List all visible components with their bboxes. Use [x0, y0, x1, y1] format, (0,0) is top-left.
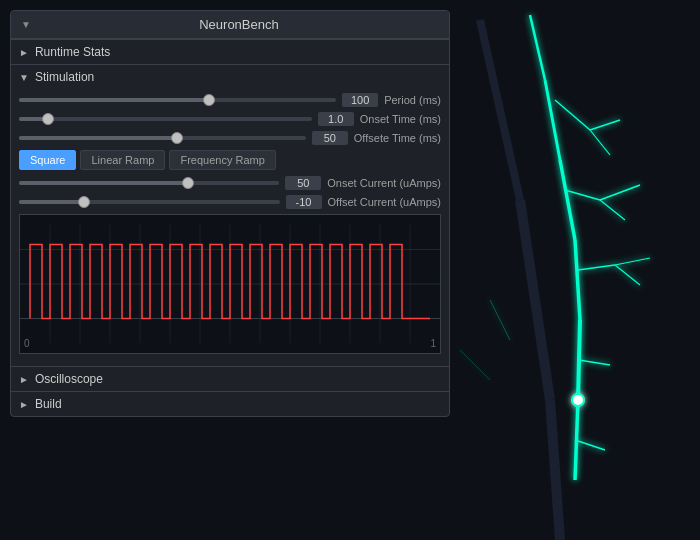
onset-current-label: Onset Current (uAmps): [327, 177, 441, 189]
period-slider-fill: [19, 98, 209, 102]
onset-current-value: 50: [285, 176, 321, 190]
panel-collapse-icon[interactable]: ▼: [21, 19, 31, 30]
onset-current-slider-fill: [19, 181, 188, 185]
period-value: 100: [342, 93, 378, 107]
offset-time-value: 50: [312, 131, 348, 145]
square-waveform-button[interactable]: Square: [19, 150, 76, 170]
build-section: ► Build: [11, 391, 449, 416]
onset-current-slider-thumb[interactable]: [182, 177, 194, 189]
runtime-stats-arrow-icon: ►: [19, 47, 29, 58]
oscilloscope-arrow-icon: ►: [19, 374, 29, 385]
offset-time-slider-thumb[interactable]: [171, 132, 183, 144]
period-label: Period (ms): [384, 94, 441, 106]
offset-current-slider-row: -10 Offset Current (uAmps): [19, 195, 441, 209]
neuronbench-panel: ▼ NeuronBench ► Runtime Stats ▼ Stimulat…: [10, 10, 450, 417]
panel-title: NeuronBench: [39, 17, 439, 32]
stimulation-label: Stimulation: [35, 70, 94, 84]
build-section-header[interactable]: ► Build: [11, 392, 449, 416]
chart-label-end: 1: [430, 338, 436, 349]
frequency-ramp-waveform-button[interactable]: Frequency Ramp: [169, 150, 275, 170]
period-slider-row: 100 Period (ms): [19, 93, 441, 107]
onset-time-slider-row: 1.0 Onset Time (ms): [19, 112, 441, 126]
offset-current-slider-fill: [19, 200, 84, 204]
build-label: Build: [35, 397, 62, 411]
onset-time-label: Onset Time (ms): [360, 113, 441, 125]
period-slider-track[interactable]: [19, 98, 336, 102]
offset-time-slider-track[interactable]: [19, 136, 306, 140]
svg-point-20: [572, 394, 584, 406]
offset-time-label: Offsete Time (ms): [354, 132, 441, 144]
stimulation-content: 100 Period (ms) 1.0 Onset Time (ms) 50: [11, 89, 449, 366]
oscilloscope-section-header[interactable]: ► Oscilloscope: [11, 367, 449, 391]
runtime-stats-label: Runtime Stats: [35, 45, 110, 59]
offset-time-slider-row: 50 Offsete Time (ms): [19, 131, 441, 145]
offset-current-label: Offset Current (uAmps): [328, 196, 442, 208]
waveform-chart: 0 1: [19, 214, 441, 354]
offset-current-value: -10: [286, 195, 322, 209]
build-arrow-icon: ►: [19, 399, 29, 410]
period-slider-thumb[interactable]: [203, 94, 215, 106]
offset-current-slider-track[interactable]: [19, 200, 280, 204]
stimulation-section: ▼ Stimulation 100 Period (ms) 1.0: [11, 64, 449, 366]
onset-current-slider-row: 50 Onset Current (uAmps): [19, 176, 441, 190]
oscilloscope-label: Oscilloscope: [35, 372, 103, 386]
panel-title-bar: ▼ NeuronBench: [11, 11, 449, 39]
waveform-buttons-group: Square Linear Ramp Frequency Ramp: [19, 150, 441, 170]
stimulation-section-header[interactable]: ▼ Stimulation: [11, 65, 449, 89]
chart-label-start: 0: [24, 338, 30, 349]
offset-current-slider-thumb[interactable]: [78, 196, 90, 208]
onset-time-slider-thumb[interactable]: [42, 113, 54, 125]
onset-time-slider-track[interactable]: [19, 117, 312, 121]
onset-current-slider-track[interactable]: [19, 181, 279, 185]
linear-ramp-waveform-button[interactable]: Linear Ramp: [80, 150, 165, 170]
offset-time-slider-fill: [19, 136, 177, 140]
stimulation-arrow-icon: ▼: [19, 72, 29, 83]
runtime-stats-section-header[interactable]: ► Runtime Stats: [11, 39, 449, 64]
oscilloscope-section: ► Oscilloscope: [11, 366, 449, 391]
onset-time-value: 1.0: [318, 112, 354, 126]
